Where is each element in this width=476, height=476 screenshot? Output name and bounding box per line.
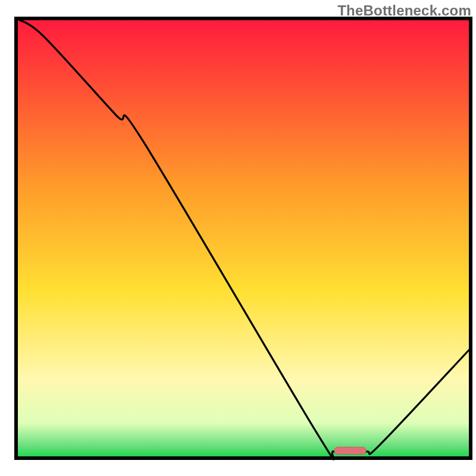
watermark-text: TheBottleneck.com bbox=[337, 2, 471, 19]
plot-background bbox=[16, 18, 471, 458]
bottleneck-chart-svg bbox=[0, 0, 476, 476]
chart-container: TheBottleneck.com bbox=[0, 0, 476, 476]
optimal-marker bbox=[334, 447, 366, 454]
